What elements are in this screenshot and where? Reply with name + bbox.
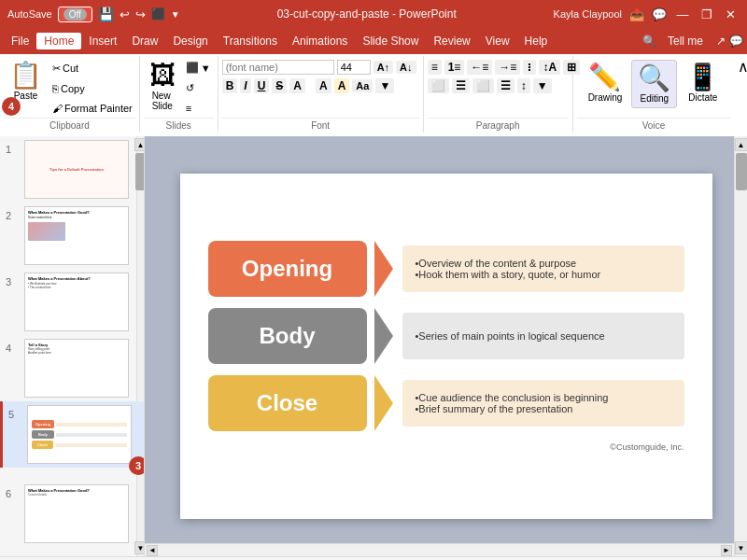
font-name-input[interactable] <box>222 60 334 75</box>
slide-canvas: Opening •Overview of the content & purpo… <box>180 174 712 519</box>
font-color-btn[interactable]: A <box>316 78 331 93</box>
bullets-btn[interactable]: ≡ <box>428 60 442 75</box>
menu-view[interactable]: View <box>478 33 517 49</box>
close-arrow <box>374 375 393 431</box>
more-font-btn[interactable]: ▼ <box>375 78 394 93</box>
align-left-btn[interactable]: ⬜ <box>428 78 449 93</box>
font-row-1: A↑ A↓ <box>222 60 419 75</box>
font-size-input[interactable] <box>337 60 371 75</box>
slide-thumb-1[interactable]: 1 Tips for a Default Presentation <box>0 136 144 203</box>
share-icon[interactable]: 📤 <box>629 7 644 21</box>
font-section: A↑ A↓ B I U S A A A Aa ▼ Font <box>218 56 424 133</box>
menu-insert[interactable]: Insert <box>81 33 124 49</box>
menu-slideshow[interactable]: Slide Show <box>355 33 426 49</box>
cut-button[interactable]: ✂Cut <box>49 62 135 76</box>
slides-small-btns: ⬛▼ ↺ ≡ <box>183 58 214 118</box>
badge-3: 3 <box>129 456 145 475</box>
italic-btn[interactable]: I <box>240 78 250 93</box>
menu-draw[interactable]: Draw <box>124 33 165 49</box>
menu-transitions[interactable]: Transitions <box>216 33 285 49</box>
bold-btn[interactable]: B <box>222 78 238 93</box>
slide-thumb-4[interactable]: 4 Tell a Story Story telling pointAnothe… <box>0 335 144 401</box>
redo-icon[interactable]: ↪ <box>135 7 146 21</box>
menu-design[interactable]: Design <box>165 33 215 49</box>
menu-file[interactable]: File <box>4 33 36 49</box>
new-slide-button[interactable]: 🖼 New Slide <box>144 58 181 115</box>
font-size-aa-btn[interactable]: Aa <box>352 79 373 92</box>
clipboard-content: 📋 Paste ✂Cut ⎘Copy 🖌Format Painter <box>4 58 135 118</box>
menu-home[interactable]: Home <box>36 33 81 49</box>
right-scroll-up-btn[interactable]: ▲ <box>735 138 748 151</box>
restore-btn[interactable]: ❐ <box>698 6 715 22</box>
reset-button[interactable]: ↺ <box>183 81 214 95</box>
menu-tell-me[interactable]: Tell me <box>660 33 711 49</box>
slide-thumb-5[interactable]: 5 Opening Body Close 3 <box>0 401 144 468</box>
voice-label: Voice <box>577 118 731 131</box>
bottom-scroll-left-btn[interactable]: ◄ <box>147 545 158 556</box>
slide-thumb-6[interactable]: 6 What Makes a Presentation Good? Conten… <box>0 481 144 547</box>
format-painter-button[interactable]: 🖌Format Painter <box>49 102 135 115</box>
highlight-btn[interactable]: A <box>334 78 350 93</box>
slide-preview-6: What Makes a Presentation Good? Content … <box>24 484 129 543</box>
reset-icon: ↺ <box>186 82 194 94</box>
ribbon: 📋 Paste ✂Cut ⎘Copy 🖌Format Painter Clipb… <box>0 54 747 136</box>
columns-btn[interactable]: ⫶ <box>523 60 536 75</box>
slide-num-3: 3 <box>6 276 19 287</box>
right-scroll-thumb[interactable] <box>736 153 747 190</box>
underline-btn[interactable]: U <box>254 78 270 93</box>
decrease-indent-btn[interactable]: ←≡ <box>467 60 492 75</box>
bottom-scroll-right-btn[interactable]: ► <box>721 545 732 556</box>
opening-bullet-1: •Overview of the content & purpose <box>416 258 675 269</box>
menu-animations[interactable]: Animations <box>285 33 355 49</box>
scroll-up-btn[interactable]: ▲ <box>134 138 146 151</box>
menu-help[interactable]: Help <box>517 33 556 49</box>
minimize-btn[interactable]: — <box>674 6 691 22</box>
slide-num-4: 4 <box>6 343 19 354</box>
dictate-label: Dictate <box>688 92 717 103</box>
customize-icon[interactable]: ⬛ <box>151 7 165 21</box>
text-dir-btn[interactable]: ↕A <box>539 60 560 75</box>
clipboard-label: Clipboard <box>4 118 135 131</box>
editing-label: Editing <box>641 93 669 104</box>
menu-review[interactable]: Review <box>426 33 477 49</box>
collapse-ribbon-btn[interactable]: ∧ <box>734 56 747 77</box>
search-icon[interactable]: 🔍 <box>639 35 660 48</box>
decrease-font-btn[interactable]: A↓ <box>396 61 416 74</box>
align-right-btn[interactable]: ⬜ <box>472 78 494 93</box>
editing-button[interactable]: 🔍 Editing <box>631 60 677 108</box>
copyright-text: ©Customguide, Inc. <box>208 442 684 452</box>
editing-icon: 🔍 <box>638 64 670 93</box>
numbering-btn[interactable]: 1≡ <box>444 60 465 75</box>
para-more-btn[interactable]: ▼ <box>533 78 552 93</box>
save-icon[interactable]: 💾 <box>98 7 114 21</box>
dictate-button[interactable]: 📱 Dictate <box>681 60 725 106</box>
slide-thumb-2[interactable]: 2 What Makes a Presentation Good? Some c… <box>0 203 144 269</box>
comment-ribbon-icon[interactable]: 💬 <box>729 35 743 48</box>
increase-font-btn[interactable]: A↑ <box>374 61 393 74</box>
right-scroll-down-btn[interactable]: ▼ <box>735 541 748 554</box>
voice-section: ✏️ Drawing 🔍 Editing 📱 Dictate Voice <box>573 56 735 133</box>
increase-indent-btn[interactable]: →≡ <box>495 60 520 75</box>
slide-thumb-3[interactable]: 3 What Makes a Presentation About? • We … <box>0 269 144 335</box>
close-btn[interactable]: ✕ <box>723 6 740 22</box>
scroll-thumb[interactable] <box>135 153 146 190</box>
undo-icon[interactable]: ↩ <box>120 7 130 21</box>
drawing-button[interactable]: ✏️ Drawing <box>583 60 628 106</box>
justify-btn[interactable]: ☰ <box>497 78 514 93</box>
close-row: Close •Cue audience the conclusion is be… <box>208 375 684 431</box>
copy-button[interactable]: ⎘Copy <box>49 82 135 95</box>
font-row-2: B I U S A A A Aa ▼ <box>222 78 419 93</box>
section-button[interactable]: ≡ <box>183 102 214 115</box>
scroll-down-btn[interactable]: ▼ <box>134 541 146 554</box>
comments-icon[interactable]: 💬 <box>652 7 667 21</box>
dropdown-icon[interactable]: ▼ <box>171 9 180 20</box>
line-spacing-btn[interactable]: ↕ <box>517 78 530 93</box>
align-center-btn[interactable]: ☰ <box>452 78 470 93</box>
strikethrough-btn[interactable]: S <box>272 78 287 93</box>
clear-format-btn[interactable]: A <box>289 78 305 93</box>
layout-button[interactable]: ⬛▼ <box>183 61 214 75</box>
autosave-toggle[interactable]: Off <box>58 7 92 22</box>
slide-preview-2: What Makes a Presentation Good? Some con… <box>24 206 129 265</box>
share-ribbon-icon[interactable]: ↗ <box>716 35 726 48</box>
status-bar: Slide 5 of 6 Notes ⊞ ⊟ ▭ ▶ − + 45% ⊠ <box>0 556 747 560</box>
